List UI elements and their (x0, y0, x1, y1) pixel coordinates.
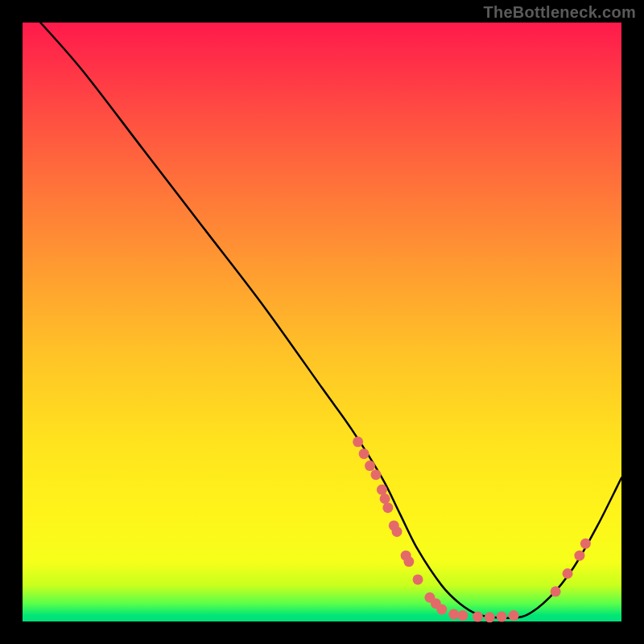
bottleneck-curve (40, 23, 621, 618)
data-marker (403, 556, 414, 567)
data-marker (497, 612, 507, 622)
data-marker (359, 448, 369, 459)
data-marker (574, 551, 584, 561)
data-marker (380, 493, 390, 504)
data-marker (353, 436, 363, 447)
data-marker (370, 469, 381, 480)
curve-markers (353, 436, 591, 622)
chart-frame: TheBottleneck.com (0, 0, 644, 644)
chart-svg (23, 23, 621, 621)
data-marker (580, 539, 591, 549)
data-marker (436, 605, 447, 615)
data-marker (413, 574, 423, 584)
data-marker (457, 610, 468, 621)
watermark-text: TheBottleneck.com (483, 3, 636, 22)
data-marker (392, 526, 402, 537)
data-marker (377, 485, 387, 495)
data-marker (448, 609, 459, 620)
data-marker (382, 502, 393, 513)
data-marker (365, 460, 375, 471)
data-marker (563, 568, 573, 579)
data-marker (473, 612, 483, 622)
data-marker (551, 586, 561, 597)
data-marker (509, 610, 519, 621)
plot-area (23, 23, 621, 621)
data-marker (485, 612, 495, 622)
